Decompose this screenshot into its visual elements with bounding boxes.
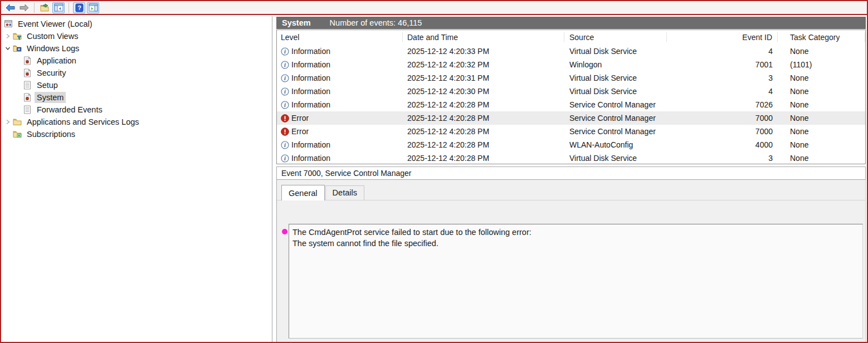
cell-task-category: None — [778, 100, 865, 109]
chevron-collapsed-icon[interactable] — [3, 32, 12, 41]
toolbar-separator — [69, 3, 69, 13]
log-plain-icon — [22, 81, 32, 90]
tree-item-forwarded-events[interactable]: Forwarded Events — [1, 104, 272, 116]
cell-level: iInformation — [277, 60, 403, 69]
event-description-line: The system cannot find the file specifie… — [292, 238, 859, 249]
cell-level: iInformation — [277, 47, 403, 56]
event-row[interactable]: iInformation2025-12-12 4:20:32 PMWinlogo… — [277, 58, 865, 71]
column-header-source[interactable]: Source — [564, 32, 667, 42]
event-row[interactable]: Error2025-12-12 4:20:28 PMService Contro… — [277, 125, 865, 138]
preview-pane: GeneralDetails The CmdAgentProt service … — [276, 180, 866, 342]
tree-item-system[interactable]: System — [1, 91, 272, 104]
forward-icon[interactable] — [18, 2, 30, 13]
folder-windows-logs-icon — [12, 44, 22, 53]
cell-event-id: 3 — [667, 74, 778, 82]
cell-source: Virtual Disk Service — [564, 47, 667, 56]
chevron-placeholder — [13, 81, 22, 90]
level-label: Information — [291, 47, 330, 56]
back-icon[interactable] — [4, 2, 16, 13]
log-event-icon — [22, 93, 32, 102]
help-icon[interactable]: ? — [73, 2, 85, 13]
cell-datetime: 2025-12-12 4:20:33 PM — [403, 47, 564, 56]
show-console-tree-icon[interactable] — [52, 2, 65, 13]
svg-text:?: ? — [77, 4, 81, 11]
svg-text:i: i — [284, 142, 286, 148]
cell-datetime: 2025-12-12 4:20:28 PM — [403, 100, 564, 109]
cell-source: Virtual Disk Service — [564, 74, 667, 82]
level-label: Information — [291, 140, 330, 149]
cell-event-id: 7001 — [667, 60, 778, 69]
cell-source: Service Control Manager — [564, 127, 667, 136]
event-description-box[interactable]: The CmdAgentProt service failed to start… — [289, 224, 863, 339]
show-action-pane-icon[interactable] — [87, 2, 99, 13]
tree-item-setup[interactable]: Setup — [1, 79, 272, 91]
tree-item-applications-and-services-logs[interactable]: Applications and Services Logs — [1, 116, 272, 128]
chevron-collapsed-icon[interactable] — [3, 117, 12, 126]
chevron-expanded-icon[interactable] — [3, 44, 12, 53]
cell-source: Virtual Disk Service — [564, 154, 667, 163]
tree-item-event-viewer-local[interactable]: Event Viewer (Local) — [1, 18, 272, 30]
column-header-label: Event ID — [742, 33, 772, 42]
cell-datetime: 2025-12-12 4:20:32 PM — [403, 60, 564, 69]
event-row[interactable]: Error2025-12-12 4:20:28 PMService Contro… — [277, 111, 865, 125]
information-icon: i — [281, 47, 289, 56]
tree-item-windows-logs[interactable]: Windows Logs — [1, 42, 272, 55]
information-icon: i — [281, 141, 289, 149]
preview-pane-header: Event 7000, Service Control Manager — [276, 166, 866, 180]
information-icon: i — [281, 87, 289, 96]
cell-task-category: None — [778, 74, 865, 82]
folder-icon — [12, 117, 22, 126]
event-row[interactable]: iInformation2025-12-12 4:20:28 PMWLAN-Au… — [277, 138, 865, 151]
tree-item-label: Application — [35, 55, 79, 66]
svg-text:i: i — [284, 75, 286, 81]
event-row[interactable]: iInformation2025-12-12 4:20:30 PMVirtual… — [277, 85, 865, 98]
cell-task-category: (1101) — [778, 60, 865, 69]
cell-datetime: 2025-12-12 4:20:28 PM — [403, 114, 564, 122]
chevron-placeholder — [13, 93, 22, 102]
event-row[interactable]: iInformation2025-12-12 4:20:31 PMVirtual… — [277, 71, 865, 85]
event-row[interactable]: iInformation2025-12-12 4:20:28 PMVirtual… — [277, 151, 865, 164]
chevron-placeholder — [3, 130, 12, 139]
log-header-bar: System Number of events: 46,115 — [276, 17, 866, 29]
information-icon: i — [281, 74, 289, 82]
tab-details[interactable]: Details — [325, 185, 364, 200]
event-row[interactable]: iInformation2025-12-12 4:20:28 PMService… — [277, 98, 865, 111]
tree-item-application[interactable]: Application — [1, 55, 272, 67]
cell-task-category: None — [778, 114, 865, 122]
cell-event-id: 4 — [667, 87, 778, 96]
cell-level: Error — [277, 114, 403, 122]
column-header-date-and-time[interactable]: Date and Time — [403, 32, 564, 42]
cell-level: iInformation — [277, 140, 403, 149]
cell-event-id: 3 — [667, 154, 778, 163]
tree-item-label: Custom Views — [25, 31, 80, 42]
event-viewer-icon — [3, 19, 13, 28]
tab-general[interactable]: General — [281, 185, 325, 200]
cell-event-id: 7000 — [667, 114, 778, 122]
cell-source: Service Control Manager — [564, 114, 667, 122]
column-header-label: Source — [569, 33, 594, 42]
svg-text:i: i — [284, 48, 286, 55]
error-icon — [281, 114, 289, 122]
chevron-placeholder — [13, 68, 22, 77]
tree-item-label: Setup — [35, 80, 60, 91]
chevron-placeholder — [13, 105, 22, 114]
tree-item-subscriptions[interactable]: Subscriptions — [1, 128, 272, 140]
preview-pane-title: Event 7000, Service Control Manager — [281, 169, 411, 178]
column-header-event-id[interactable]: Event ID — [667, 32, 778, 42]
event-list: LevelDate and TimeSourceEvent IDTask Cat… — [276, 30, 866, 164]
event-row[interactable]: iInformation2025-12-12 4:20:33 PMVirtual… — [277, 45, 865, 58]
export-folder-icon[interactable] — [38, 2, 51, 13]
column-header-level[interactable]: Level — [277, 32, 403, 42]
tree-item-security[interactable]: Security — [1, 67, 272, 79]
tree-item-custom-views[interactable]: Custom Views — [1, 30, 272, 42]
cell-datetime: 2025-12-12 4:20:28 PM — [403, 127, 564, 136]
cell-datetime: 2025-12-12 4:20:31 PM — [403, 74, 564, 82]
tree-item-label: Windows Logs — [25, 43, 81, 54]
column-header-label: Task Category — [790, 33, 840, 42]
cell-event-id: 4000 — [667, 140, 778, 149]
level-label: Error — [291, 114, 309, 122]
click-marker — [282, 229, 287, 234]
column-header-task-category[interactable]: Task Category — [778, 32, 865, 42]
tree-item-label: Event Viewer (Local) — [16, 18, 95, 30]
cell-level: iInformation — [277, 100, 403, 109]
